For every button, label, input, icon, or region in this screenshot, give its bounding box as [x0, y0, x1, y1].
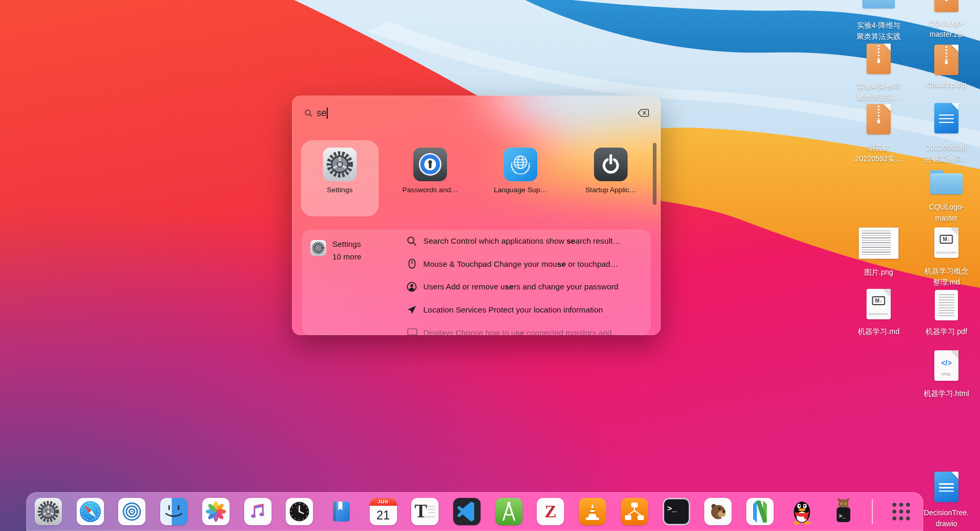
- desktop-icon-label: CQULogo-master.zip: [910, 18, 980, 40]
- settings-gear-icon: [35, 498, 62, 525]
- desktop-icon-doc-20220592[interactable]: 20220592胡芸铭实验四…: [914, 103, 979, 164]
- result-row-location[interactable]: Location Services Protect your location …: [406, 298, 648, 321]
- dock-separator: [872, 499, 873, 524]
- dock-music[interactable]: [244, 498, 272, 525]
- desktop-icon-label: CQULogo-master: [910, 202, 980, 224]
- dock-drawio[interactable]: [621, 498, 648, 525]
- app-result-label: Language Sup…: [494, 186, 547, 194]
- text-cursor: [327, 108, 328, 119]
- desktop-icon-drawio-decisiontree[interactable]: DecisionTree.drawio: [914, 472, 979, 529]
- desktop-icon-label: 机器学习概念整理.md: [910, 266, 980, 288]
- settings-results-group: Settings 10 more Search Control which ap…: [302, 230, 651, 335]
- dock-photos[interactable]: [202, 498, 230, 525]
- desktop-icon-zip-cqulogo[interactable]: CQULogo-master.zip: [914, 0, 979, 40]
- desktop-icon-label: 机器学习.pdf: [910, 326, 980, 337]
- document-file-icon: [934, 103, 958, 133]
- markdown-file-icon: M↓MARKDOWN: [934, 227, 958, 258]
- desktop-icon-label: ChatApp.zip: [910, 79, 980, 90]
- drafting-compass-icon: [495, 498, 523, 525]
- magnifier-icon: [406, 235, 418, 247]
- desktop-icon-pdf-jiqixuexi[interactable]: 机器学习.pdf: [914, 290, 979, 337]
- dock-builder[interactable]: [495, 498, 523, 525]
- dock-airdrop[interactable]: [118, 498, 145, 525]
- document-file-icon: [934, 472, 958, 502]
- panel-scrollbar[interactable]: [653, 143, 656, 205]
- desktop-icon-label: 胡芸铭20220592实…: [842, 142, 915, 164]
- app-result-language-support[interactable]: Language Sup…: [482, 140, 559, 216]
- airdrop-rings-icon: [118, 498, 145, 525]
- un-globe-icon: [504, 148, 537, 181]
- folder-icon: [930, 170, 963, 194]
- calendar-month: JUN: [370, 498, 397, 506]
- desktop-icon-image-tupian[interactable]: 图片.png: [846, 227, 911, 278]
- beaver-icon: [704, 498, 732, 525]
- desktop-icon-folder-cqulogo[interactable]: CQULogo-master: [914, 170, 979, 224]
- dock-terminal[interactable]: >_: [663, 498, 690, 525]
- dock-calendar[interactable]: JUN 21: [370, 498, 397, 525]
- dock-text-editor[interactable]: T: [411, 498, 439, 525]
- app-result-settings[interactable]: Settings: [301, 140, 379, 216]
- vscode-icon: [453, 498, 481, 525]
- result-row-search[interactable]: Search Control which applications show s…: [406, 230, 648, 253]
- dock-vlc[interactable]: [579, 498, 606, 525]
- app-result-label: Settings: [327, 186, 353, 194]
- dock-qq[interactable]: [788, 498, 816, 525]
- desktop-icon-md-jiqixuexi[interactable]: M↓MARKDOWN 机器学习.md: [846, 289, 911, 337]
- power-icon: [594, 148, 628, 181]
- passwords-keyhole-icon: [413, 148, 447, 181]
- desktop-icon-label: 机器学习.md: [842, 326, 915, 337]
- dock-dbeaver[interactable]: [704, 498, 732, 525]
- dock-vscode[interactable]: [453, 498, 481, 525]
- neovim-n-icon: [746, 498, 774, 525]
- result-row-users[interactable]: Users Add or remove users and change you…: [406, 275, 648, 298]
- settings-gear-icon-small: [310, 240, 326, 256]
- app-result-startup-applications[interactable]: Startup Applic…: [572, 140, 650, 216]
- calendar-icon: JUN 21: [370, 498, 397, 525]
- text-editor-t-icon: T: [411, 498, 439, 525]
- display-icon: [406, 327, 418, 335]
- image-thumbnail-icon: [859, 227, 899, 259]
- terminal-icon: >_: [663, 498, 690, 525]
- zip-file-icon: [934, 45, 958, 75]
- dock-zotero[interactable]: Z: [537, 498, 564, 525]
- settings-result-rows: Search Control which applications show s…: [406, 230, 648, 335]
- dock-dictionary[interactable]: [328, 498, 355, 525]
- desktop-icon-label: 实验4-降维与聚类算法实践: [842, 20, 915, 42]
- desktop-icon-zip-huyunming[interactable]: 胡芸铭20220592实…: [846, 104, 911, 164]
- photos-flower-icon: [202, 498, 230, 525]
- app-result-label: Startup Applic…: [586, 186, 637, 194]
- search-overlay-panel: se Settings: [292, 96, 661, 335]
- dock-neovim[interactable]: [746, 498, 774, 525]
- finder-face-icon: [160, 498, 187, 525]
- group-app-name: Settings: [332, 238, 361, 251]
- desktop-icon-zip-shiyan4[interactable]: 实验4-降维与聚类算法实…: [846, 44, 911, 103]
- desktop-icon-zip-chatapp[interactable]: ChatApp.zip: [914, 45, 979, 90]
- calendar-day: 21: [370, 506, 397, 525]
- clear-search-icon[interactable]: [638, 109, 649, 117]
- dock-kitty[interactable]: >_: [830, 498, 857, 525]
- location-arrow-icon: [406, 304, 418, 316]
- result-row-displays[interactable]: Displays Choose how to use connected mon…: [406, 321, 648, 335]
- result-row-mouse-touchpad[interactable]: Mouse & Touchpad Change your mouse or to…: [406, 253, 648, 276]
- dock-safari[interactable]: [77, 498, 104, 525]
- clock-icon: [286, 498, 313, 525]
- dock-finder[interactable]: [160, 498, 187, 525]
- dock-show-apps[interactable]: [888, 498, 915, 525]
- search-query-text: se: [317, 108, 326, 119]
- app-result-passwords[interactable]: Passwords and…: [391, 140, 469, 216]
- safari-compass-icon: [77, 498, 104, 525]
- music-note-icon: [244, 498, 272, 525]
- search-input[interactable]: se: [305, 106, 632, 120]
- desktop-icon-folder-shiyan4[interactable]: 实验4-降维与聚类算法实践: [846, 0, 911, 42]
- dock-clock[interactable]: [286, 498, 313, 525]
- desktop-icon-label: 图片.png: [842, 267, 915, 278]
- zip-file-icon: [934, 0, 958, 12]
- desktop-icon-html-jiqixuexi[interactable]: </>HTML 机器学习.html: [914, 350, 979, 399]
- desktop-icon-md-gainian[interactable]: M↓MARKDOWN 机器学习概念整理.md: [914, 227, 979, 288]
- flowchart-icon: [621, 498, 648, 525]
- html-file-icon: </>HTML: [934, 350, 958, 381]
- zip-file-icon: [867, 44, 891, 74]
- markdown-file-icon: M↓MARKDOWN: [867, 289, 891, 319]
- dock-system-settings[interactable]: [35, 498, 62, 525]
- settings-group-header[interactable]: Settings 10 more: [310, 238, 361, 263]
